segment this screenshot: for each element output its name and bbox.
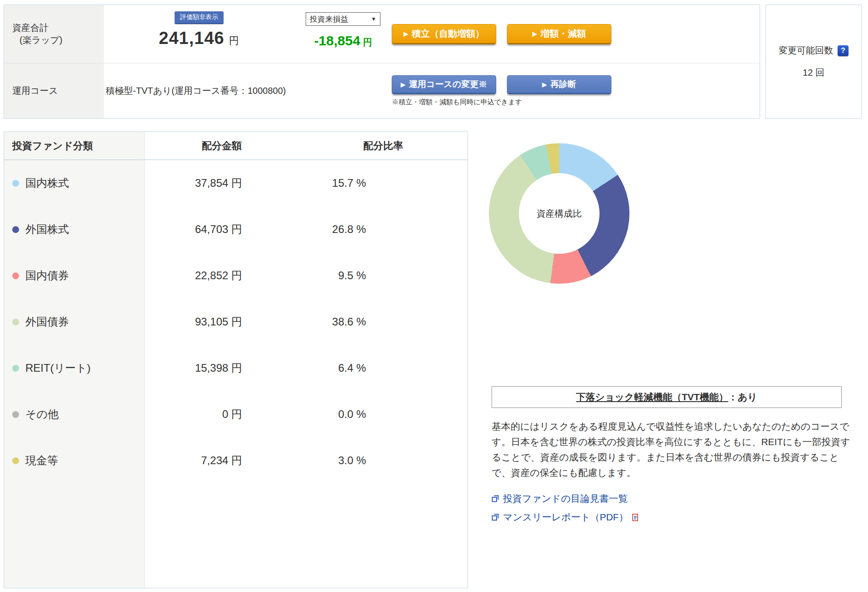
category-color-dot xyxy=(12,226,19,233)
zougaku-genagaku-button[interactable]: ▶ 増額・減額 xyxy=(507,24,611,44)
category-label: REIT(リート) xyxy=(25,361,91,375)
pl-type-dropdown[interactable]: 投資来損益 ▼ xyxy=(306,12,380,26)
table-row: 国内債券22,852 円9.5 % xyxy=(4,252,468,299)
allocation-amount: 37,854 円 xyxy=(145,176,299,190)
arrow-right-icon: ▶ xyxy=(401,81,405,88)
course-label: 運用コース xyxy=(4,63,104,118)
category-color-dot xyxy=(12,411,19,418)
allocation-ratio: 9.5 % xyxy=(299,269,468,282)
donut-chart: 資産構成比 xyxy=(489,143,629,284)
prospectus-link[interactable]: 投資ファンドの目論見書一覧 xyxy=(492,492,864,505)
table-row: 国内株式37,854 円15.7 % xyxy=(4,160,468,206)
course-row: 運用コース 積極型-TVTあり(運用コース番号：1000800) ▶ 運用コース… xyxy=(4,63,760,118)
monthly-report-link[interactable]: マンスリーレポート（PDF） xyxy=(492,511,864,524)
category-label: 現金等 xyxy=(25,453,58,468)
header-allocation-amount: 配分金額 xyxy=(145,139,299,153)
table-row: 現金等7,234 円3.0 % xyxy=(4,437,468,484)
allocation-ratio: 26.8 % xyxy=(299,223,468,236)
allocation-ratio: 0.0 % xyxy=(299,408,468,421)
arrow-right-icon: ▶ xyxy=(532,30,537,37)
course-buttons-row: ▶ 運用コースの変更※ ▶ 再診断 xyxy=(392,75,760,94)
asset-total-label-line2: (楽ラップ) xyxy=(20,34,104,46)
allocation-ratio: 3.0 % xyxy=(299,454,468,467)
allocation-amount: 7,234 円 xyxy=(145,453,299,468)
category-label: 国内債券 xyxy=(25,268,69,283)
category-color-dot xyxy=(12,365,19,372)
total-amount-value: 241,146 xyxy=(159,29,224,48)
tsumitate-button-label: 積立（自動増額） xyxy=(412,28,484,40)
category-cell: 現金等 xyxy=(4,453,145,468)
table-row: 外国債券93,105 円38.6 % xyxy=(4,299,468,345)
allocation-ratio: 15.7 % xyxy=(299,177,468,189)
help-icon[interactable]: ? xyxy=(838,45,848,56)
external-window-icon xyxy=(492,495,499,502)
category-color-dot xyxy=(12,319,19,325)
header-allocation-ratio: 配分比率 xyxy=(299,139,468,153)
asset-total-label-line1: 資産合計 xyxy=(12,22,104,34)
tvt-feature-status: ：あり xyxy=(728,392,757,402)
category-cell: 国内株式 xyxy=(4,176,145,190)
course-note: ※積立・増額・減額も同時に申込できます xyxy=(392,98,760,107)
change-count-label: 変更可能回数 xyxy=(779,44,833,57)
allocation-amount: 93,105 円 xyxy=(145,315,299,329)
category-cell: 外国株式 xyxy=(4,222,145,237)
summary-header: 資産合計 (楽ラップ) 評価額非表示 241,146円 投資来損益 ▼ -18,… xyxy=(0,0,868,119)
top-buttons-cell: ▶ 積立（自動増額） ▶ 増額・減額 xyxy=(392,5,760,63)
zougaku-button-label: 増額・減額 xyxy=(541,28,586,40)
chevron-down-icon: ▼ xyxy=(371,16,376,22)
total-amount-cell: 評価額非表示 241,146円 xyxy=(104,5,294,63)
category-cell: その他 xyxy=(4,407,145,422)
tvt-feature-box: 下落ショック軽減機能（TVT機能）：あり xyxy=(492,386,842,408)
donut-center-label: 資産構成比 xyxy=(519,173,600,254)
category-cell: REIT(リート) xyxy=(4,361,145,375)
allocation-ratio: 38.6 % xyxy=(299,315,468,328)
category-label: 外国債券 xyxy=(25,315,69,329)
category-cell: 国内債券 xyxy=(4,268,145,283)
table-row: 外国株式64,703 円26.8 % xyxy=(4,206,468,252)
monthly-report-link-text: マンスリーレポート（PDF） xyxy=(503,511,628,524)
asset-total-row: 資産合計 (楽ラップ) 評価額非表示 241,146円 投資来損益 ▼ -18,… xyxy=(4,5,760,63)
category-cell: 外国債券 xyxy=(4,315,145,329)
tsumitate-button[interactable]: ▶ 積立（自動増額） xyxy=(392,24,496,44)
pl-value-number: -18,854 xyxy=(314,33,361,48)
change-count-row: 変更可能回数 ? xyxy=(779,44,848,57)
tvt-feature-name: 下落ショック軽減機能（TVT機能） xyxy=(576,392,728,402)
asset-total-label: 資産合計 (楽ラップ) xyxy=(4,5,104,63)
allocation-amount: 22,852 円 xyxy=(145,268,299,283)
allocation-amount: 15,398 円 xyxy=(145,361,299,375)
course-change-button-label: 運用コースの変更※ xyxy=(409,78,487,90)
table-row: その他0 円0.0 % xyxy=(4,391,468,437)
arrow-right-icon: ▶ xyxy=(542,81,547,88)
pdf-file-icon xyxy=(632,514,639,521)
category-label: 外国株式 xyxy=(25,222,69,237)
table-row: REIT(リート)15,398 円6.4 % xyxy=(4,345,468,391)
composition-column: 資産構成比 下落ショック軽減機能（TVT機能）：あり 基本的にはリスクをある程度… xyxy=(492,131,864,588)
total-amount-unit: 円 xyxy=(229,35,239,46)
asset-summary-box: 資産合計 (楽ラップ) 評価額非表示 241,146円 投資来損益 ▼ -18,… xyxy=(4,5,760,119)
category-color-dot xyxy=(12,180,19,187)
document-links: 投資ファンドの目論見書一覧 マンスリーレポート（PDF） xyxy=(492,492,864,524)
alloc-table-body: 国内株式37,854 円15.7 %外国株式64,703 円26.8 %国内債券… xyxy=(4,160,468,484)
total-amount: 241,146円 xyxy=(159,29,239,48)
course-description: 基本的にはリスクをある程度見込んで収益性を追求したいあなたのためのコースです。日… xyxy=(492,419,851,480)
category-color-dot xyxy=(12,457,19,464)
pl-value-unit: 円 xyxy=(363,37,372,47)
allocation-amount: 0 円 xyxy=(145,407,299,422)
allocation-table: 投資ファンド分類 配分金額 配分比率 国内株式37,854 円15.7 %外国株… xyxy=(4,131,468,588)
allocation-section: 投資ファンド分類 配分金額 配分比率 国内株式37,854 円15.7 %外国株… xyxy=(0,131,868,588)
hide-valuation-button[interactable]: 評価額非表示 xyxy=(175,11,224,24)
course-buttons-cell: ▶ 運用コースの変更※ ▶ 再診断 ※積立・増額・減額も同時に申込できます xyxy=(392,63,760,118)
allocation-amount: 64,703 円 xyxy=(145,222,299,237)
pl-type-selected: 投資来損益 xyxy=(310,14,348,24)
arrow-right-icon: ▶ xyxy=(404,30,408,37)
category-label: 国内株式 xyxy=(25,176,69,190)
course-value: 積極型-TVTあり(運用コース番号：1000800) xyxy=(104,63,392,118)
pl-cell: 投資来損益 ▼ -18,854円 xyxy=(294,5,392,63)
external-window-icon xyxy=(492,514,499,521)
allocation-ratio: 6.4 % xyxy=(299,362,468,374)
category-label: その他 xyxy=(25,407,59,422)
header-fund-category: 投資ファンド分類 xyxy=(4,139,145,153)
rediagnosis-button[interactable]: ▶ 再診断 xyxy=(507,75,611,94)
course-change-button[interactable]: ▶ 運用コースの変更※ xyxy=(392,75,496,94)
course-label-text: 運用コース xyxy=(12,85,104,97)
